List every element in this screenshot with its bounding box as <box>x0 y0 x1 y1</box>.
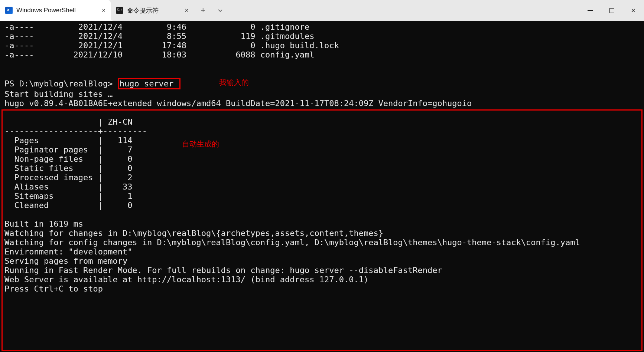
tab-label: Windows PowerShell <box>16 7 76 14</box>
hugo-watch-files: Watching for changes in D:\myblog\realBl… <box>4 228 383 238</box>
hugo-environment: Environment: "development" <box>4 247 132 256</box>
tab-label: 命令提示符 <box>127 6 159 15</box>
tab-cmd[interactable]: 命令提示符 × <box>111 0 194 21</box>
cmd-icon <box>116 7 123 14</box>
maximize-button[interactable] <box>601 0 622 21</box>
chevron-down-icon <box>218 8 223 13</box>
hugo-stats-table: | ZH-CN -------------------+--------- Pa… <box>4 117 147 210</box>
hugo-fast-render: Running in Fast Render Mode. For full re… <box>4 266 442 275</box>
tab-dropdown-button[interactable] <box>212 0 228 21</box>
command-text: hugo server <box>120 79 174 88</box>
hugo-built: Built in 1619 ms <box>4 219 83 228</box>
hugo-version: hugo v0.89.4-AB01BA6E+extended windows/a… <box>4 99 472 108</box>
minimize-button[interactable] <box>579 0 601 21</box>
title-bar: Windows PowerShell × 命令提示符 × + × <box>0 0 644 21</box>
terminal-output[interactable]: -a---- 2021/12/4 9:46 0 .gitignore -a---… <box>0 21 644 352</box>
close-window-button[interactable]: × <box>622 0 644 21</box>
prompt: PS D:\myblog\realBlog> <box>4 79 113 88</box>
hugo-watch-config: Watching for config changes in D:\myblog… <box>4 238 580 247</box>
file-listing: -a---- 2021/12/4 9:46 0 .gitignore -a---… <box>4 22 339 59</box>
hugo-web-server: Web Server is available at http://localh… <box>4 275 368 284</box>
hugo-serving: Serving pages from memory <box>4 256 127 266</box>
command-input-highlight: hugo server <box>118 78 180 89</box>
hugo-stop-hint: Press Ctrl+C to stop <box>4 284 103 293</box>
hugo-start: Start building sites … <box>4 89 113 99</box>
tab-powershell[interactable]: Windows PowerShell × <box>0 0 111 21</box>
close-tab-icon[interactable]: × <box>185 7 189 14</box>
annotation-input: 我输入的 <box>219 78 249 87</box>
new-tab-button[interactable]: + <box>194 0 212 21</box>
annotation-output: 自动生成的 <box>182 139 219 149</box>
powershell-icon <box>5 7 13 14</box>
close-tab-icon[interactable]: × <box>102 7 106 14</box>
